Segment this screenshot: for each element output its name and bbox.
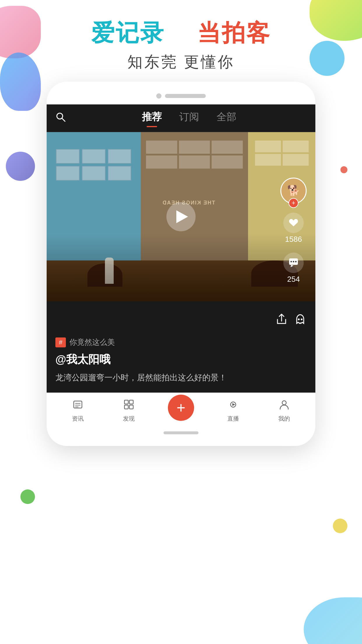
nav-item-create[interactable]: + (168, 400, 194, 421)
phone-camera (156, 93, 161, 99)
search-icon[interactable] (55, 112, 66, 125)
like-icon (283, 213, 304, 233)
news-icon (72, 399, 84, 413)
avatar-emoji: 🐕 (287, 185, 300, 197)
svg-point-6 (298, 318, 300, 320)
svg-point-3 (291, 261, 292, 262)
nav-label-discover: 发现 (123, 415, 135, 423)
hashtag-text: 你竟然这么美 (69, 337, 115, 347)
nav-item-live[interactable]: 直播 (222, 399, 245, 423)
bg-blob-green (20, 489, 35, 504)
bg-blob-blue-bottomright (304, 597, 362, 644)
live-icon (227, 399, 239, 413)
tab-subscribed[interactable]: 订阅 (179, 110, 199, 126)
phone-speaker (165, 94, 206, 98)
comment-action[interactable]: 254 (283, 253, 304, 284)
svg-line-1 (62, 118, 65, 121)
title-red: 当拍客 (197, 20, 271, 46)
nav-bar: 推荐 订阅 全部 (47, 104, 315, 132)
nav-label-profile: 我的 (278, 415, 290, 423)
nav-item-profile[interactable]: 我的 (273, 399, 296, 423)
svg-point-4 (293, 261, 294, 262)
hashtag-badge: # (55, 337, 66, 347)
ghost-button[interactable] (294, 313, 307, 328)
play-button[interactable] (166, 202, 196, 231)
svg-marker-17 (232, 403, 235, 406)
like-action[interactable]: 1586 (283, 213, 304, 244)
discover-icon (123, 399, 135, 413)
bg-blob-yellow (333, 519, 347, 533)
post-username[interactable]: @我太阳哦 (55, 352, 307, 367)
bg-blob-red (340, 166, 347, 173)
svg-point-18 (282, 401, 286, 405)
play-triangle-icon (176, 210, 188, 223)
bottom-nav: 资讯 发现 + (47, 393, 315, 426)
phone-top-bar (47, 90, 315, 104)
video-area[interactable]: THE KINGS HEAD (47, 132, 315, 301)
home-indicator (164, 431, 198, 434)
tab-all[interactable]: 全部 (217, 110, 236, 126)
header: 爱记录 当拍客 知东莞 更懂你 (0, 0, 362, 72)
phone-bottom-bar (47, 426, 315, 434)
svg-rect-15 (129, 405, 133, 409)
avatar-wrap[interactable]: 🐕 + (280, 178, 307, 204)
nav-item-discover[interactable]: 发现 (117, 399, 140, 423)
svg-point-7 (301, 318, 303, 320)
svg-rect-12 (124, 400, 128, 404)
header-subtitle: 知东莞 更懂你 (0, 52, 362, 72)
nav-tabs: 推荐 订阅 全部 (72, 110, 307, 126)
dark-section: # 你竟然这么美 @我太阳哦 龙湾公园遛弯一小时，居然能拍出这么好的景！ (47, 301, 315, 393)
follow-button[interactable]: + (289, 198, 298, 208)
comment-count: 254 (287, 275, 300, 284)
profile-icon (278, 399, 290, 413)
comment-icon (283, 253, 304, 273)
svg-rect-13 (129, 400, 133, 404)
bg-blob-purple (6, 152, 35, 181)
nav-label-news: 资讯 (72, 415, 84, 423)
app-content: 推荐 订阅 全部 (47, 104, 315, 426)
hashtag-row: # 你竟然这么美 (55, 337, 307, 347)
phone-mockup: 推荐 订阅 全部 (47, 82, 315, 446)
video-actions: 🐕 + 1586 (280, 178, 307, 284)
create-plus-button[interactable]: + (168, 395, 194, 421)
tab-recommended[interactable]: 推荐 (142, 110, 162, 126)
post-description: 龙湾公园遛弯一小时，居然能拍出这么好的景！ (55, 372, 307, 384)
like-count: 1586 (285, 235, 302, 244)
svg-rect-14 (124, 405, 128, 409)
svg-point-5 (295, 261, 297, 262)
nav-item-news[interactable]: 资讯 (66, 399, 89, 423)
header-title-line1: 爱记录 当拍客 (0, 18, 362, 49)
title-blue: 爱记录 (91, 20, 165, 46)
share-button[interactable] (275, 313, 288, 328)
nav-label-live: 直播 (227, 415, 239, 423)
share-ghost-row (55, 313, 307, 328)
